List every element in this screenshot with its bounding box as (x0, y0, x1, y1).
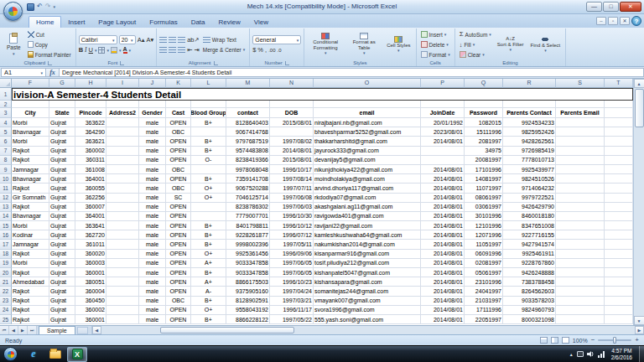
cell[interactable]: 9714064232 (503, 184, 556, 193)
clear-button[interactable]: Clear▾ (458, 50, 493, 59)
cell[interactable]: 8128902591 (226, 297, 270, 306)
cell[interactable]: Gujrat (49, 118, 75, 127)
cell[interactable]: 2015/08/01 (270, 118, 314, 127)
cell[interactable] (556, 212, 605, 221)
cell[interactable]: 9033347858 (226, 268, 270, 277)
cell[interactable]: B+ (191, 230, 226, 240)
row-header-18[interactable]: 18 (0, 250, 12, 259)
cell[interactable] (556, 297, 605, 306)
cell[interactable]: 22051997 (465, 315, 503, 324)
cell[interactable] (605, 108, 633, 118)
cell[interactable] (556, 230, 605, 240)
cell[interactable]: 8264562603 (503, 287, 556, 296)
cell[interactable] (605, 221, 633, 230)
cell[interactable]: contact (226, 108, 270, 118)
cell[interactable] (605, 127, 633, 137)
cell[interactable]: Morbi (12, 259, 49, 268)
last-sheet-icon[interactable]: ⏭ (28, 326, 37, 334)
cell[interactable] (605, 287, 633, 296)
tab-review[interactable]: Review (212, 17, 247, 28)
cell[interactable]: bhaveshparmar5252@gmail.com (314, 127, 421, 137)
cell[interactable]: 9427941574 (503, 240, 556, 249)
cut-button[interactable]: Cut (26, 30, 73, 39)
column-header-H[interactable]: H (75, 79, 106, 88)
cell[interactable]: Rajkot (12, 184, 49, 193)
cell[interactable]: OBC (166, 184, 191, 193)
align-middle-icon[interactable] (169, 37, 176, 43)
zoom-slider-thumb[interactable] (613, 337, 616, 344)
insert-function-button[interactable]: fx (46, 68, 60, 77)
save-icon[interactable] (27, 3, 34, 11)
cell[interactable]: Rajkot (12, 147, 49, 156)
cell[interactable] (421, 156, 465, 165)
taskbar-excel-button[interactable]: X (67, 347, 87, 362)
row-header-20[interactable]: 20 (0, 268, 12, 277)
horizontal-scrollbar[interactable]: ◀ ▶ (91, 326, 644, 334)
workbook-minimize-button[interactable]: – (596, 17, 606, 25)
cell[interactable]: male (139, 287, 166, 296)
column-header-Q[interactable]: Q (465, 79, 503, 88)
cell[interactable]: kamleshkushwaha64@gmail.com (314, 230, 421, 240)
cell[interactable] (106, 259, 139, 268)
cell[interactable]: Parents Email (556, 108, 605, 118)
cell[interactable]: 1996/11/17 (270, 306, 314, 315)
orientation-button[interactable]: ab↗ (187, 36, 200, 44)
cell[interactable]: 362720 (75, 230, 106, 240)
column-header-L[interactable]: L (191, 79, 226, 88)
grow-font-button[interactable]: A▴ (138, 36, 145, 44)
cell[interactable]: 24041997 (465, 287, 503, 296)
cell[interactable]: male (139, 212, 166, 221)
cell[interactable]: 9925439977 (503, 165, 556, 174)
borders-button[interactable] (98, 47, 105, 54)
cell[interactable]: 2014/08/01 (421, 287, 465, 296)
cell[interactable]: 2014/08/01 (421, 306, 465, 315)
cell[interactable]: 9228261877 (226, 230, 270, 240)
cell[interactable]: somanitejas244@gmail.com (314, 287, 421, 296)
cell[interactable] (139, 101, 166, 108)
cell[interactable]: B+ (191, 315, 226, 324)
column-header-M[interactable]: M (226, 79, 270, 88)
cell[interactable]: arvind.dhoriya117@gmail.com (314, 184, 421, 193)
cell[interactable]: 9428262561 (503, 137, 556, 146)
cell[interactable]: Jamnagar (12, 165, 49, 174)
cell[interactable] (421, 147, 465, 156)
cell[interactable]: Jamnagar (12, 240, 49, 249)
cell[interactable]: OPEN (166, 306, 191, 315)
workbook-restore-button[interactable]: ▫ (608, 17, 618, 25)
cell[interactable] (191, 203, 226, 212)
cell[interactable] (465, 101, 503, 108)
cell[interactable]: 2014/08/01 (421, 230, 465, 240)
vertical-scrollbar[interactable]: ▲ ▼ (633, 79, 644, 325)
italic-button[interactable]: I (85, 46, 87, 54)
help-button[interactable]: ? (631, 16, 641, 26)
cell[interactable]: 8347651008 (503, 221, 556, 230)
cell[interactable] (605, 118, 633, 127)
column-header-R[interactable]: R (503, 79, 556, 88)
cell[interactable]: 2014/08/01 (421, 240, 465, 249)
cell[interactable] (314, 101, 421, 108)
cell[interactable] (605, 184, 633, 193)
cell[interactable] (106, 194, 139, 203)
cell[interactable]: OPEN (166, 212, 191, 221)
cell[interactable]: 9067414768 (226, 127, 270, 137)
cell[interactable]: 14081997 (465, 174, 503, 184)
cell[interactable]: 363621 (75, 137, 106, 146)
cell[interactable]: 9227716155 (503, 230, 556, 240)
cell[interactable]: male (139, 259, 166, 268)
merge-center-button[interactable]: Merge & Center▾ (201, 45, 247, 54)
cell[interactable]: 03061997 (465, 203, 503, 212)
cell[interactable]: OPEN (166, 156, 191, 165)
row-header-15[interactable]: 15 (0, 221, 12, 230)
column-header-J[interactable]: J (139, 79, 166, 88)
vertical-scroll-thumb[interactable] (635, 89, 644, 127)
row-header-24[interactable]: 24 (0, 306, 12, 315)
cell[interactable]: 2014/08/01 (421, 174, 465, 184)
row-header-17[interactable]: 17 (0, 240, 12, 249)
insert-worksheet-tab[interactable] (77, 327, 88, 334)
align-center-icon[interactable] (169, 47, 176, 53)
cell[interactable]: 2014/08/01 (421, 315, 465, 324)
font-color-button[interactable]: A (123, 46, 127, 54)
row-header-14[interactable]: 14 (0, 212, 12, 221)
cell[interactable]: nakumkishan2014@gmail.com (314, 240, 421, 249)
cell[interactable]: 1997/06/03 (270, 203, 314, 212)
